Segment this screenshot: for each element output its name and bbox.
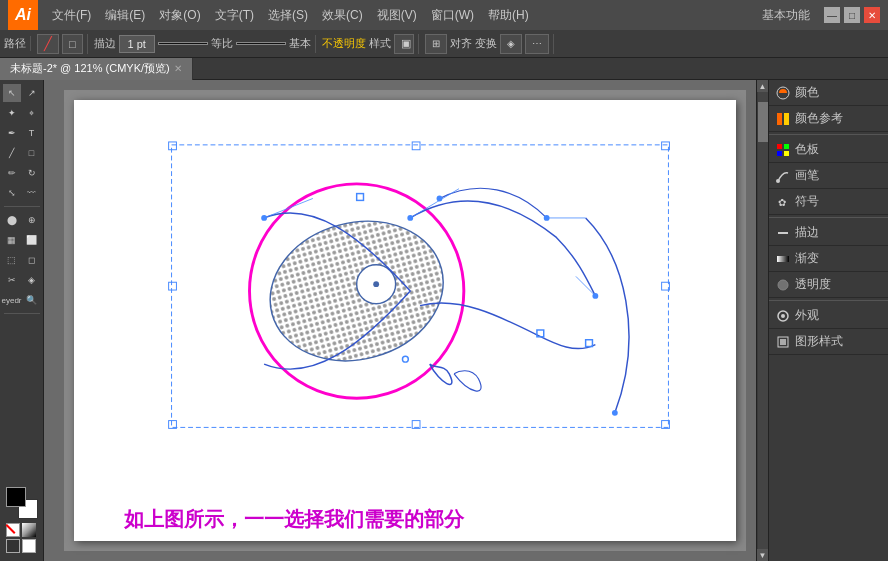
- none-swatch[interactable]: [6, 523, 20, 537]
- menu-edit[interactable]: 编辑(E): [99, 5, 151, 26]
- panel-graphic-style[interactable]: 图形样式: [769, 329, 888, 355]
- svg-rect-43: [780, 339, 786, 345]
- scroll-down-arrow[interactable]: ▼: [757, 549, 769, 561]
- shape-tool[interactable]: □: [23, 144, 41, 162]
- svg-line-27: [576, 276, 595, 295]
- panel-gradient[interactable]: 渐变: [769, 246, 888, 272]
- shape-btn[interactable]: □: [62, 34, 83, 54]
- gradient-tool[interactable]: ◈: [23, 271, 41, 289]
- menu-object[interactable]: 对象(O): [153, 5, 206, 26]
- transform-btn[interactable]: ◈: [500, 34, 522, 54]
- direct-select-tool[interactable]: ↗: [23, 84, 41, 102]
- tool-row-5: ✏ ↻: [3, 164, 41, 182]
- pencil-tool[interactable]: ✏: [3, 164, 21, 182]
- scroll-up-arrow[interactable]: ▲: [757, 80, 769, 92]
- zoom-tool[interactable]: 🔍: [23, 291, 41, 309]
- scissors-tool[interactable]: ✂: [3, 271, 21, 289]
- menu-effect[interactable]: 效果(C): [316, 5, 369, 26]
- workspace-label: 基本功能: [762, 7, 810, 24]
- menu-text[interactable]: 文字(T): [209, 5, 260, 26]
- window-minimize-button[interactable]: —: [824, 7, 840, 23]
- svg-point-10: [254, 202, 459, 379]
- toolbar-mode-group: 描边 等比 基本: [94, 35, 316, 53]
- titlebar-right: 基本功能 — □ ✕: [762, 7, 880, 24]
- toolbar-path-label: 路径: [4, 36, 26, 51]
- opacity-label: 不透明度: [322, 36, 366, 51]
- stroke-width-input[interactable]: [119, 35, 155, 53]
- panel-symbol[interactable]: ✿ 符号: [769, 189, 888, 215]
- lasso-tool[interactable]: ⌖: [23, 104, 41, 122]
- rotate-tool[interactable]: ↻: [23, 164, 41, 182]
- opacity-panel-icon: [775, 277, 791, 293]
- type-tool[interactable]: T: [23, 124, 41, 142]
- toolbar-opacity-group: 不透明度 样式 ▣: [322, 34, 419, 54]
- panel-swatches[interactable]: 色板: [769, 137, 888, 163]
- blend-tool[interactable]: ⬤: [3, 211, 21, 229]
- tool-row-8: ▦ ⬜: [3, 231, 41, 249]
- scale-tool[interactable]: ⤡: [3, 184, 21, 202]
- base-label: 基本: [289, 36, 311, 51]
- panel-appearance-label: 外观: [795, 307, 819, 324]
- panel-stroke[interactable]: 描边: [769, 220, 888, 246]
- symbol-spray-tool[interactable]: ⊕: [23, 211, 41, 229]
- document-tab[interactable]: 未标题-2* @ 121% (CMYK/预览) ✕: [0, 58, 193, 80]
- panel-opacity[interactable]: 透明度: [769, 272, 888, 298]
- panel-color-ref[interactable]: 颜色参考: [769, 106, 888, 132]
- tool-separator-1: [4, 206, 40, 207]
- panel-appearance[interactable]: 外观: [769, 303, 888, 329]
- stroke-end-preview: [236, 42, 286, 45]
- svg-point-39: [778, 280, 788, 290]
- panel-brush[interactable]: 画笔: [769, 163, 888, 189]
- slice-tool[interactable]: ⬚: [3, 251, 21, 269]
- stroke-line-preview: [158, 42, 208, 45]
- align-distribute-btn[interactable]: ⊞: [425, 34, 447, 54]
- warp-tool[interactable]: 〰: [23, 184, 41, 202]
- artboard-tool[interactable]: ⬜: [23, 231, 41, 249]
- pen-tool[interactable]: ✒: [3, 124, 21, 142]
- canvas-area[interactable]: 如上图所示，一一选择我们需要的部分: [44, 80, 756, 561]
- menu-select[interactable]: 选择(S): [262, 5, 314, 26]
- svg-rect-31: [777, 144, 782, 149]
- panel-gradient-label: 渐变: [795, 250, 819, 267]
- black-swatch[interactable]: [6, 539, 20, 553]
- ai-logo: Ai: [8, 0, 38, 30]
- panel-color[interactable]: 颜色: [769, 80, 888, 106]
- scroll-thumb[interactable]: [758, 102, 768, 142]
- foreground-swatch[interactable]: [6, 487, 26, 507]
- eyedropper-tool[interactable]: eyedr: [3, 291, 21, 309]
- line-tool[interactable]: ╱: [3, 144, 21, 162]
- svg-rect-29: [777, 113, 782, 125]
- tool-row-10: ✂ ◈: [3, 271, 41, 289]
- svg-point-14: [261, 215, 267, 221]
- window-maximize-button[interactable]: □: [844, 7, 860, 23]
- style-label: 样式: [369, 36, 391, 51]
- column-graph-tool[interactable]: ▦: [3, 231, 21, 249]
- menu-file[interactable]: 文件(F): [46, 5, 97, 26]
- svg-point-13: [373, 281, 379, 287]
- select-tool[interactable]: ↖: [3, 84, 21, 102]
- svg-rect-21: [357, 194, 364, 201]
- stroke-panel-icon: [775, 225, 791, 241]
- magic-wand-tool[interactable]: ✦: [3, 104, 21, 122]
- white-swatch[interactable]: [22, 539, 36, 553]
- canvas-document: 如上图所示，一一选择我们需要的部分: [64, 90, 746, 551]
- svg-rect-33: [777, 151, 782, 156]
- toolbar-align-group: ⊞ 对齐 变换 ◈ ⋯: [425, 34, 554, 54]
- svg-rect-30: [784, 113, 789, 125]
- svg-rect-2: [412, 142, 420, 150]
- stroke-color-btn[interactable]: ╱: [37, 34, 59, 54]
- gradient-swatch[interactable]: [22, 523, 36, 537]
- menu-window[interactable]: 窗口(W): [425, 5, 480, 26]
- color-ref-panel-icon: [775, 111, 791, 127]
- eraser-tool[interactable]: ◻: [23, 251, 41, 269]
- align-label: 对齐: [450, 36, 472, 51]
- extra-btn[interactable]: ⋯: [525, 34, 549, 54]
- artwork-svg: [124, 140, 716, 481]
- menu-view[interactable]: 视图(V): [371, 5, 423, 26]
- style-icon-btn[interactable]: ▣: [394, 34, 414, 54]
- color-swatches: [2, 483, 42, 557]
- tab-close-button[interactable]: ✕: [174, 63, 182, 74]
- menu-help[interactable]: 帮助(H): [482, 5, 535, 26]
- svg-point-20: [402, 356, 408, 362]
- window-close-button[interactable]: ✕: [864, 7, 880, 23]
